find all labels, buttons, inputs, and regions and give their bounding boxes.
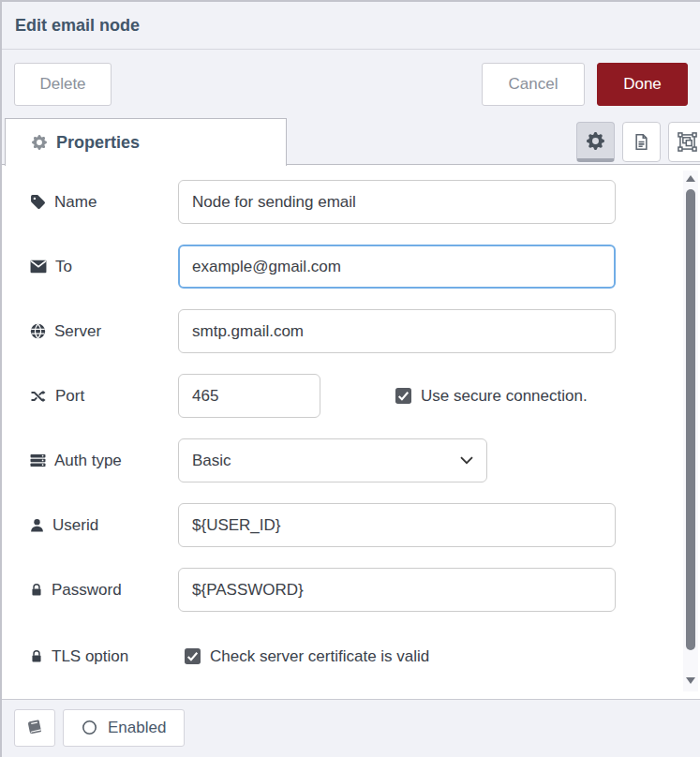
enabled-toggle-button[interactable]: Enabled	[63, 709, 185, 747]
user-icon	[30, 517, 44, 533]
secure-connection-label: Use secure connection.	[421, 387, 588, 406]
dialog-title: Edit email node	[15, 16, 140, 36]
server-stack-icon	[30, 453, 46, 468]
file-text-icon	[633, 132, 650, 152]
port-input[interactable]	[178, 374, 320, 418]
chevron-down-icon	[460, 456, 473, 465]
name-input[interactable]	[178, 180, 616, 224]
gear-icon	[587, 132, 604, 150]
docs-button[interactable]	[14, 709, 55, 747]
userid-row: Userid	[30, 503, 700, 547]
tab-properties-label: Properties	[56, 133, 140, 153]
userid-input[interactable]	[178, 503, 616, 547]
tls-certificate-label: Check server certificate is valid	[210, 647, 429, 666]
userid-label: Userid	[30, 516, 178, 535]
tab-bar: Properties	[2, 118, 700, 165]
tls-option-row: TLS option Check server certificate is v…	[30, 634, 700, 678]
to-label: To	[30, 258, 178, 276]
scrollbar-up-arrow[interactable]	[686, 175, 695, 182]
properties-form: Name To Server	[2, 165, 700, 699]
name-label: Name	[30, 193, 178, 212]
book-icon	[26, 720, 43, 736]
port-label: Port	[30, 387, 178, 406]
tab-properties[interactable]: Properties	[5, 118, 287, 166]
circle-icon	[82, 720, 97, 735]
password-input[interactable]	[178, 568, 616, 612]
name-row: Name	[30, 180, 700, 224]
tls-certificate-checkbox[interactable]	[185, 648, 201, 664]
cancel-button[interactable]: Cancel	[482, 63, 585, 106]
appearance-tab-button[interactable]	[668, 122, 700, 162]
form-scrollbar[interactable]	[683, 171, 698, 691]
secure-connection-checkbox[interactable]	[395, 388, 411, 404]
tls-check-group: Check server certificate is valid	[185, 647, 429, 666]
lock-icon	[30, 648, 43, 664]
edit-email-node-dialog: Edit email node Delete Cancel Done Prope…	[0, 0, 700, 757]
tag-icon	[30, 194, 46, 210]
auth-type-row: Auth type Basic	[30, 438, 700, 482]
scrollbar-down-arrow[interactable]	[686, 677, 695, 684]
lock-icon	[30, 582, 43, 598]
password-row: Password	[30, 568, 700, 612]
dialog-footer: Enabled	[2, 699, 700, 755]
dialog-button-row: Delete Cancel Done	[2, 50, 700, 118]
secure-connection-group: Use secure connection.	[395, 387, 588, 406]
object-group-icon	[678, 132, 697, 152]
scrollbar-thumb[interactable]	[686, 189, 695, 650]
globe-icon	[30, 323, 46, 339]
to-input[interactable]	[178, 245, 616, 289]
auth-type-select[interactable]: Basic	[178, 438, 487, 482]
server-input[interactable]	[178, 309, 616, 353]
dialog-titlebar: Edit email node	[2, 2, 700, 50]
server-row: Server	[30, 309, 700, 353]
shuffle-icon	[30, 389, 47, 404]
enabled-label: Enabled	[108, 719, 166, 737]
properties-tab-button[interactable]	[576, 122, 615, 162]
port-row: Port Use secure connection.	[30, 374, 700, 418]
to-row: To	[30, 245, 700, 289]
server-label: Server	[30, 322, 178, 341]
tab-icon-buttons	[576, 122, 700, 162]
delete-button[interactable]: Delete	[14, 63, 112, 106]
auth-type-label: Auth type	[30, 452, 178, 470]
envelope-icon	[30, 260, 47, 274]
tls-option-label: TLS option	[30, 647, 178, 666]
description-tab-button[interactable]	[622, 122, 661, 162]
gear-icon	[32, 135, 47, 150]
auth-type-value: Basic	[192, 452, 231, 470]
done-button[interactable]: Done	[597, 63, 688, 106]
password-label: Password	[30, 581, 178, 600]
